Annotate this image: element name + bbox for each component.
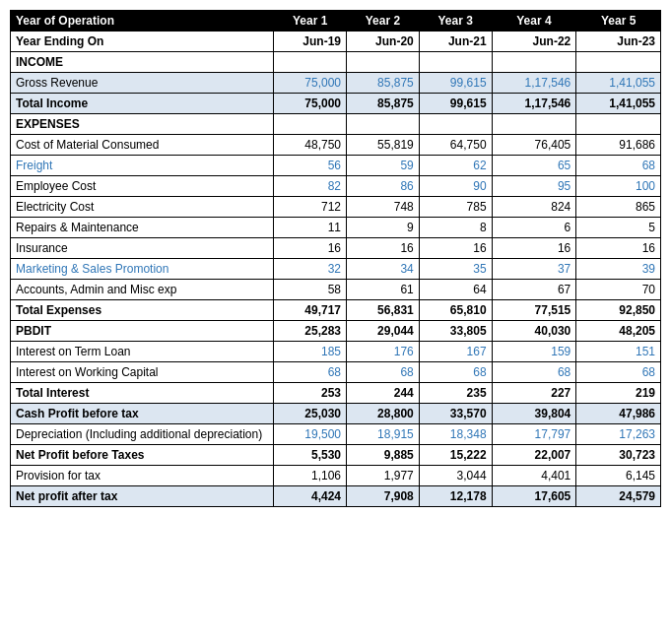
row-val-income-section-1 [274, 52, 347, 73]
row-val-total-interest-3: 235 [419, 383, 492, 404]
table-row-cost-material: Cost of Material Consumed48,75055,81964,… [11, 135, 661, 156]
row-label-income-section: INCOME [11, 52, 274, 73]
row-val-pbdit-1: 25,283 [274, 321, 347, 342]
row-val-depreciation-1: 19,500 [274, 424, 347, 445]
row-val-net-profit-before-1: 5,530 [274, 445, 347, 466]
row-label-cash-profit: Cash Profit before tax [11, 404, 274, 424]
row-val-interest-term-4: 159 [492, 342, 576, 362]
row-val-freight-4: 65 [492, 156, 576, 176]
row-val-repairs-3: 8 [419, 218, 492, 238]
subheader-col4: Jun-22 [492, 32, 576, 52]
subheader-col0: Year Ending On [11, 32, 274, 52]
row-val-total-income-2: 85,875 [347, 94, 420, 114]
row-val-interest-wc-1: 68 [274, 362, 347, 383]
table-row-insurance: Insurance1616161616 [11, 238, 661, 259]
row-val-freight-2: 59 [347, 156, 420, 176]
row-label-net-profit-before: Net Profit before Taxes [11, 445, 274, 466]
row-val-gross-revenue-5: 1,41,055 [576, 73, 661, 94]
subheader-col5: Jun-23 [576, 32, 661, 52]
row-val-net-profit-before-3: 15,222 [419, 445, 492, 466]
financial-table: Year of Operation Year 1 Year 2 Year 3 Y… [10, 10, 661, 507]
row-label-pbdit: PBDIT [11, 321, 274, 342]
row-val-electricity-cost-1: 712 [274, 197, 347, 218]
row-val-total-income-1: 75,000 [274, 94, 347, 114]
table-row-repairs: Repairs & Maintenance119865 [11, 218, 661, 238]
row-val-accounts-3: 64 [419, 280, 492, 300]
row-val-net-profit-after-3: 12,178 [419, 486, 492, 507]
row-val-gross-revenue-3: 99,615 [419, 73, 492, 94]
row-val-cash-profit-3: 33,570 [419, 404, 492, 424]
table-row-marketing: Marketing & Sales Promotion3234353739 [11, 259, 661, 280]
subheader-col3: Jun-21 [419, 32, 492, 52]
row-val-total-interest-2: 244 [347, 383, 420, 404]
row-val-depreciation-2: 18,915 [347, 424, 420, 445]
row-val-total-income-3: 99,615 [419, 94, 492, 114]
row-val-provision-tax-1: 1,106 [274, 466, 347, 486]
table-row-provision-tax: Provision for tax1,1061,9773,0444,4016,1… [11, 466, 661, 486]
header-col2: Year 2 [347, 11, 420, 32]
row-val-repairs-5: 5 [576, 218, 661, 238]
row-val-insurance-5: 16 [576, 238, 661, 259]
row-val-gross-revenue-4: 1,17,546 [492, 73, 576, 94]
table-row-interest-term: Interest on Term Loan185176167159151 [11, 342, 661, 362]
row-val-total-expenses-5: 92,850 [576, 300, 661, 321]
row-val-expenses-section-4 [492, 114, 576, 135]
row-val-insurance-1: 16 [274, 238, 347, 259]
row-val-expenses-section-2 [347, 114, 420, 135]
row-val-net-profit-before-5: 30,723 [576, 445, 661, 466]
row-val-electricity-cost-5: 865 [576, 197, 661, 218]
row-val-provision-tax-4: 4,401 [492, 466, 576, 486]
row-val-expenses-section-3 [419, 114, 492, 135]
row-val-cost-material-3: 64,750 [419, 135, 492, 156]
row-val-income-section-4 [492, 52, 576, 73]
row-label-freight: Freight [11, 156, 274, 176]
row-val-accounts-2: 61 [347, 280, 420, 300]
row-val-electricity-cost-4: 824 [492, 197, 576, 218]
row-val-total-interest-5: 219 [576, 383, 661, 404]
subheader-col1: Jun-19 [274, 32, 347, 52]
row-val-insurance-3: 16 [419, 238, 492, 259]
header-col1: Year 1 [274, 11, 347, 32]
row-val-insurance-4: 16 [492, 238, 576, 259]
row-val-employee-cost-1: 82 [274, 176, 347, 197]
row-label-interest-term: Interest on Term Loan [11, 342, 274, 362]
row-val-net-profit-before-4: 22,007 [492, 445, 576, 466]
row-label-electricity-cost: Electricity Cost [11, 197, 274, 218]
row-val-interest-term-1: 185 [274, 342, 347, 362]
row-val-accounts-1: 58 [274, 280, 347, 300]
table-row-total-interest: Total Interest253244235227219 [11, 383, 661, 404]
row-label-total-interest: Total Interest [11, 383, 274, 404]
row-label-gross-revenue: Gross Revenue [11, 73, 274, 94]
row-val-interest-wc-5: 68 [576, 362, 661, 383]
row-val-cost-material-5: 91,686 [576, 135, 661, 156]
row-label-marketing: Marketing & Sales Promotion [11, 259, 274, 280]
table-row-depreciation: Depreciation (Including additional depre… [11, 424, 661, 445]
row-val-net-profit-before-2: 9,885 [347, 445, 420, 466]
table-row-pbdit: PBDIT25,28329,04433,80540,03048,205 [11, 321, 661, 342]
row-val-cost-material-1: 48,750 [274, 135, 347, 156]
row-val-cash-profit-4: 39,804 [492, 404, 576, 424]
header-col0: Year of Operation [11, 11, 274, 32]
table-row-accounts: Accounts, Admin and Misc exp5861646770 [11, 280, 661, 300]
row-val-marketing-3: 35 [419, 259, 492, 280]
row-val-net-profit-after-1: 4,424 [274, 486, 347, 507]
row-val-marketing-2: 34 [347, 259, 420, 280]
row-val-marketing-1: 32 [274, 259, 347, 280]
table-row-employee-cost: Employee Cost82869095100 [11, 176, 661, 197]
row-val-income-section-3 [419, 52, 492, 73]
row-label-accounts: Accounts, Admin and Misc exp [11, 280, 274, 300]
row-val-provision-tax-3: 3,044 [419, 466, 492, 486]
row-val-marketing-4: 37 [492, 259, 576, 280]
row-val-employee-cost-2: 86 [347, 176, 420, 197]
row-label-net-profit-after: Net profit after tax [11, 486, 274, 507]
row-label-cost-material: Cost of Material Consumed [11, 135, 274, 156]
row-label-repairs: Repairs & Maintenance [11, 218, 274, 238]
row-label-expenses-section: EXPENSES [11, 114, 274, 135]
table-row-expenses-section: EXPENSES [11, 114, 661, 135]
row-val-total-expenses-2: 56,831 [347, 300, 420, 321]
row-val-net-profit-after-5: 24,579 [576, 486, 661, 507]
row-label-total-expenses: Total Expenses [11, 300, 274, 321]
row-val-interest-term-2: 176 [347, 342, 420, 362]
row-val-repairs-4: 6 [492, 218, 576, 238]
row-val-freight-5: 68 [576, 156, 661, 176]
